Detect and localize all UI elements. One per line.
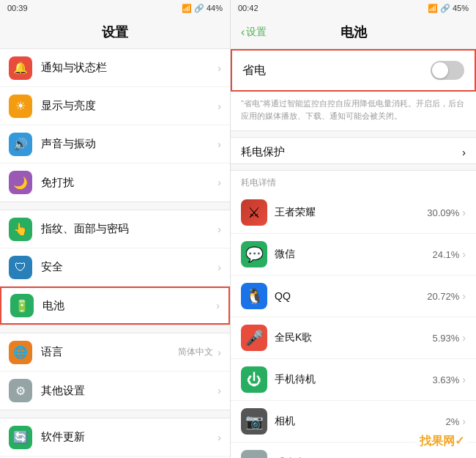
system-icon: colorOS	[241, 450, 267, 458]
left-page-title: 设置	[102, 23, 128, 41]
quanmin-usage: 5.93%	[432, 333, 459, 344]
right-status-bar: 00:42 📶 🔗 45%	[231, 0, 476, 16]
sound-chevron: ›	[217, 138, 221, 150]
left-signal-icon: 📶	[182, 4, 192, 13]
battery-protection-label: 耗电保护	[241, 145, 285, 159]
quanmin-chevron: ›	[462, 332, 466, 344]
notification-label: 通知与状态栏	[41, 61, 217, 75]
right-wifi-icon: 🔗	[440, 4, 450, 12]
toggle-knob	[432, 62, 448, 78]
settings-item-battery[interactable]: 🔋 电池 ›	[0, 287, 230, 325]
settings-item-dnd[interactable]: 🌙 免打扰 ›	[0, 163, 230, 202]
settings-item-sound[interactable]: 🔊 声音与振动 ›	[0, 125, 230, 163]
left-status-right: 📶 🔗 44%	[182, 4, 223, 13]
right-nav-bar: ‹ 设置 电池	[231, 16, 476, 48]
language-icon: 🌐	[9, 341, 32, 364]
standby-icon: ⏻	[241, 366, 267, 393]
standby-usage: 3.63%	[432, 374, 459, 385]
update-label: 软件更新	[41, 430, 217, 444]
sound-label: 声音与振动	[41, 137, 217, 151]
camera-icon: 📷	[241, 408, 267, 435]
wangzhe-name: 王者荣耀	[275, 206, 427, 219]
camera-usage: 2%	[446, 416, 460, 427]
section-group-2: 👆 指纹、面部与密码 › 🛡 安全 › 🔋 电池 ›	[0, 210, 230, 325]
dnd-icon: 🌙	[9, 171, 32, 194]
standby-name: 手机待机	[275, 373, 432, 386]
dnd-chevron: ›	[217, 177, 221, 188]
wangzhe-icon: ⚔	[241, 199, 267, 226]
battery-protection-chevron: ›	[462, 146, 466, 158]
wechat-name: 微信	[275, 248, 432, 261]
battery-protection-section: 耗电保护 ›	[231, 137, 476, 164]
app-item-wechat[interactable]: 💬 微信 24.1% ›	[231, 234, 476, 276]
app-item-wangzhe[interactable]: ⚔ 王者荣耀 30.09% ›	[231, 192, 476, 234]
wechat-icon: 💬	[241, 241, 267, 267]
settings-list: 🔔 通知与状态栏 › ☀ 显示与亮度 › 🔊 声音与振动 › 🌙 免打扰 ›	[0, 48, 230, 458]
wechat-chevron: ›	[462, 248, 466, 260]
dnd-label: 免打扰	[41, 176, 217, 190]
display-label: 显示与亮度	[41, 99, 217, 113]
power-save-desc: "省电"将通过智能监控自控自应用降低电量消耗。开启后，后台应用的媒体播放、下载、…	[231, 92, 476, 130]
right-status-icons: 📶 🔗 45%	[428, 4, 469, 13]
left-time: 00:39	[7, 4, 28, 12]
sound-icon: 🔊	[9, 133, 32, 156]
update-chevron: ›	[217, 432, 221, 443]
standby-chevron: ›	[462, 374, 466, 385]
usage-header: 耗电详情	[231, 171, 476, 192]
app-item-standby[interactable]: ⏻ 手机待机 3.63% ›	[231, 359, 476, 401]
settings-item-other[interactable]: ⚙ 其他设置 ›	[0, 372, 230, 410]
security-chevron: ›	[217, 262, 221, 273]
camera-chevron: ›	[462, 415, 466, 427]
section-group-4: 🔄 软件更新 › ⓘ 关于手机 ›	[0, 418, 230, 458]
settings-item-display[interactable]: ☀ 显示与亮度 ›	[0, 87, 230, 125]
left-title-bar: 设置	[0, 16, 230, 48]
display-icon: ☀	[9, 95, 32, 118]
battery-label: 电池	[42, 299, 216, 313]
battery-chevron: ›	[216, 300, 220, 311]
battery-protection-header[interactable]: 耗电保护 ›	[231, 138, 476, 163]
right-panel: 00:42 📶 🔗 45% ‹ 设置 电池 省电 "省电"将通过智能监控自控自应…	[231, 0, 476, 458]
left-wifi-icon: 🔗	[194, 4, 204, 13]
notification-chevron: ›	[217, 62, 221, 74]
camera-name: 相机	[275, 415, 446, 428]
section-group-1: 🔔 通知与状态栏 › ☀ 显示与亮度 › 🔊 声音与振动 › 🌙 免打扰 ›	[0, 48, 230, 202]
left-panel: 00:39 📶 🔗 44% 设置 🔔 通知与状态栏 › ☀ 显示与亮度 › 🔊	[0, 0, 231, 458]
back-button[interactable]: ‹ 设置	[239, 26, 267, 39]
power-save-label: 省电	[242, 63, 431, 78]
fingerprint-icon: 👆	[9, 218, 32, 241]
left-status-left: 00:39	[7, 4, 28, 12]
power-save-row: 省电	[231, 49, 476, 92]
settings-item-security[interactable]: 🛡 安全 ›	[0, 248, 230, 287]
qq-usage: 20.72%	[427, 291, 459, 302]
power-save-toggle[interactable]	[431, 61, 464, 80]
usage-section: 耗电详情 ⚔ 王者荣耀 30.09% › 💬 微信 24.1% ›	[231, 170, 476, 458]
watermark: 找果网✓	[415, 432, 469, 451]
quanmin-name: 全民K歌	[275, 331, 432, 344]
settings-item-language[interactable]: 🌐 语言 简体中文 ›	[0, 333, 230, 372]
wangzhe-usage: 30.09%	[427, 207, 459, 218]
qq-name: QQ	[275, 290, 427, 302]
app-item-quanmin[interactable]: 🎤 全民K歌 5.93% ›	[231, 317, 476, 359]
section-group-3: 🌐 语言 简体中文 › ⚙ 其他设置 ›	[0, 333, 230, 410]
fingerprint-label: 指纹、面部与密码	[41, 222, 217, 236]
display-chevron: ›	[217, 100, 221, 112]
app-item-qq[interactable]: 🐧 QQ 20.72% ›	[231, 276, 476, 317]
settings-item-fingerprint[interactable]: 👆 指纹、面部与密码 ›	[0, 210, 230, 248]
notification-icon: 🔔	[9, 56, 32, 80]
right-battery: 45%	[453, 4, 469, 12]
other-icon: ⚙	[9, 379, 32, 402]
battery-icon: 🔋	[10, 294, 34, 317]
security-label: 安全	[41, 260, 217, 274]
right-signal-icon: 📶	[428, 4, 438, 12]
settings-item-notification[interactable]: 🔔 通知与状态栏 ›	[0, 49, 230, 87]
qq-chevron: ›	[462, 290, 466, 302]
other-chevron: ›	[217, 385, 221, 396]
other-label: 其他设置	[41, 384, 217, 398]
security-icon: 🛡	[9, 256, 32, 279]
wechat-usage: 24.1%	[432, 249, 459, 260]
wangzhe-chevron: ›	[462, 207, 466, 218]
power-save-section: 省电 "省电"将通过智能监控自控自应用降低电量消耗。开启后，后台应用的媒体播放、…	[231, 48, 476, 131]
settings-item-update[interactable]: 🔄 软件更新 ›	[0, 418, 230, 457]
language-sub: 简体中文	[178, 346, 213, 358]
left-battery: 44%	[207, 4, 223, 12]
